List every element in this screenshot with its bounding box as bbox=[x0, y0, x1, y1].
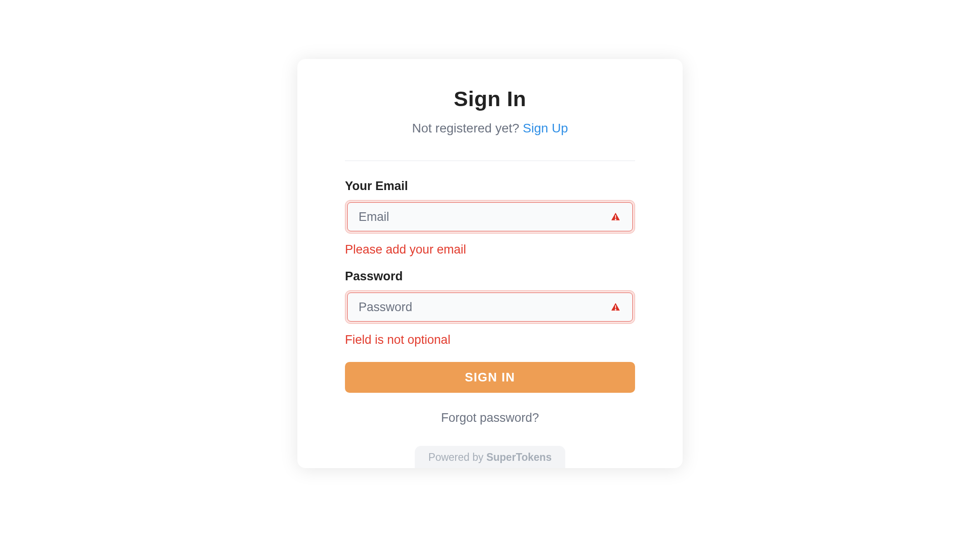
error-icon bbox=[610, 211, 621, 223]
signup-link[interactable]: Sign Up bbox=[523, 121, 568, 135]
signin-button[interactable]: SIGN IN bbox=[345, 362, 635, 393]
password-input-inner bbox=[347, 293, 633, 322]
signin-card: Sign In Not registered yet? Sign Up Your… bbox=[297, 59, 683, 468]
page-title: Sign In bbox=[345, 86, 635, 111]
email-input-wrapper bbox=[345, 200, 635, 234]
not-registered-text: Not registered yet? bbox=[412, 121, 519, 135]
footer-brand: SuperTokens bbox=[486, 451, 552, 463]
email-input-inner bbox=[347, 202, 633, 231]
email-label: Your Email bbox=[345, 179, 635, 193]
password-field[interactable] bbox=[359, 293, 610, 321]
password-input-wrapper bbox=[345, 290, 635, 324]
password-label: Password bbox=[345, 269, 635, 283]
sub-header: Not registered yet? Sign Up bbox=[345, 121, 635, 136]
divider bbox=[345, 161, 635, 161]
powered-by-footer[interactable]: Powered by SuperTokens bbox=[415, 446, 565, 468]
email-field[interactable] bbox=[359, 203, 610, 231]
forgot-password-link[interactable]: Forgot password? bbox=[345, 411, 635, 425]
error-icon bbox=[610, 301, 621, 313]
email-error-text: Please add your email bbox=[345, 243, 635, 257]
footer-prefix: Powered by bbox=[428, 451, 486, 463]
password-error-text: Field is not optional bbox=[345, 333, 635, 347]
